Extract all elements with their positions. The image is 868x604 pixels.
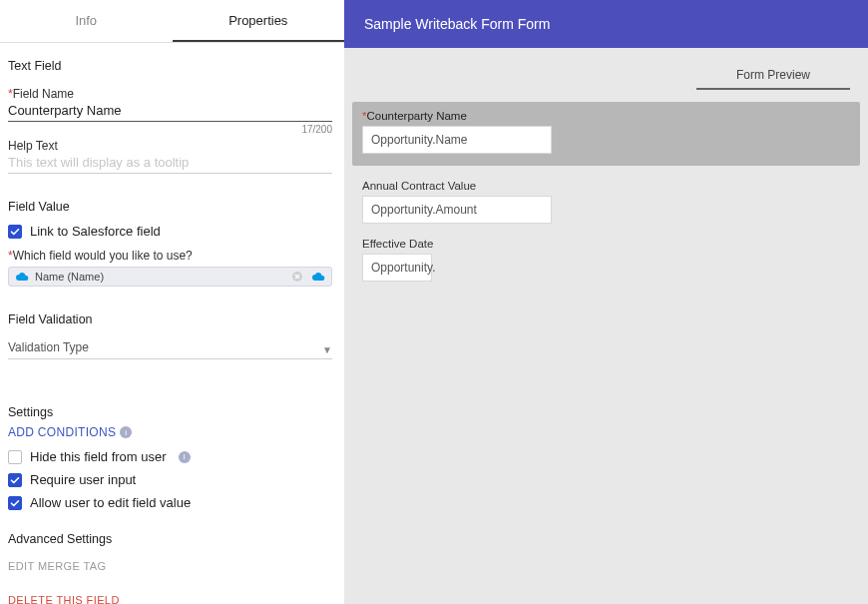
section-field-value: Field Value (8, 200, 332, 214)
preview-panel: Sample Writeback Form Form Form Preview … (344, 0, 868, 604)
link-to-salesforce-checkbox[interactable] (8, 225, 22, 239)
clear-icon[interactable] (291, 271, 303, 283)
form-input[interactable]: Opportunity.Amount (362, 196, 552, 224)
form-label: Counterparty Name (366, 110, 466, 122)
tabs: Info Properties (0, 0, 344, 43)
validation-type-label: Validation Type (8, 340, 89, 354)
salesforce-field-select[interactable]: Name (Name) (8, 267, 332, 287)
form-field-counterparty[interactable]: *Counterparty Name Opportunity.Name (352, 102, 860, 166)
hide-field-row[interactable]: Hide this field from user i (8, 445, 332, 468)
require-input-checkbox[interactable] (8, 473, 22, 487)
require-input-label: Require user input (30, 472, 136, 487)
validation-type-select[interactable]: Validation Type ▼ (8, 336, 332, 359)
tab-info[interactable]: Info (0, 0, 173, 42)
field-name-label: *Field Name (8, 87, 332, 101)
delete-field-link[interactable]: DELETE THIS FIELD (8, 594, 332, 604)
form-input[interactable]: Opportunity.Name (362, 126, 552, 154)
hide-field-checkbox[interactable] (8, 450, 22, 464)
field-name-input[interactable] (8, 101, 332, 122)
info-icon[interactable]: i (120, 426, 132, 438)
edit-merge-tag-link[interactable]: EDIT MERGE TAG (8, 560, 332, 572)
allow-edit-checkbox[interactable] (8, 496, 22, 510)
check-icon (10, 475, 20, 485)
section-settings: Settings (8, 405, 332, 419)
link-to-salesforce-row[interactable]: Link to Salesforce field (8, 220, 332, 243)
chevron-down-icon: ▼ (322, 344, 332, 355)
allow-edit-row[interactable]: Allow user to edit field value (8, 491, 332, 514)
cloud-icon (15, 272, 29, 282)
salesforce-field-value: Name (Name) (35, 271, 285, 283)
tab-properties[interactable]: Properties (173, 0, 345, 42)
help-text-label: Help Text (8, 139, 332, 153)
link-to-salesforce-label: Link to Salesforce field (30, 224, 161, 239)
cloud-icon (311, 272, 325, 282)
form-field-effective-date[interactable]: Effective Date Opportunity. (362, 238, 850, 282)
field-name-counter: 17/200 (8, 124, 332, 135)
form-field-contract-value[interactable]: Annual Contract Value Opportunity.Amount (362, 180, 850, 224)
hide-field-label: Hide this field from user (30, 449, 167, 464)
help-text-input[interactable] (8, 153, 332, 174)
which-field-label: *Which field would you like to use? (8, 249, 332, 263)
form-input-date[interactable]: Opportunity. (362, 254, 432, 282)
section-field-validation: Field Validation (8, 312, 332, 326)
add-conditions-link[interactable]: ADD CONDITIONS (8, 425, 116, 439)
form-label: Annual Contract Value (362, 180, 850, 192)
section-text-field: Text Field (8, 59, 332, 73)
section-advanced: Advanced Settings (8, 532, 332, 546)
require-input-row[interactable]: Require user input (8, 468, 332, 491)
allow-edit-label: Allow user to edit field value (30, 495, 191, 510)
info-icon[interactable]: i (179, 451, 191, 463)
check-icon (10, 498, 20, 508)
check-icon (10, 227, 20, 237)
form-preview-tab[interactable]: Form Preview (696, 64, 850, 90)
form-title-bar: Sample Writeback Form Form (344, 0, 868, 48)
properties-panel: Info Properties Text Field *Field Name 1… (0, 0, 344, 604)
form-label: Effective Date (362, 238, 850, 250)
